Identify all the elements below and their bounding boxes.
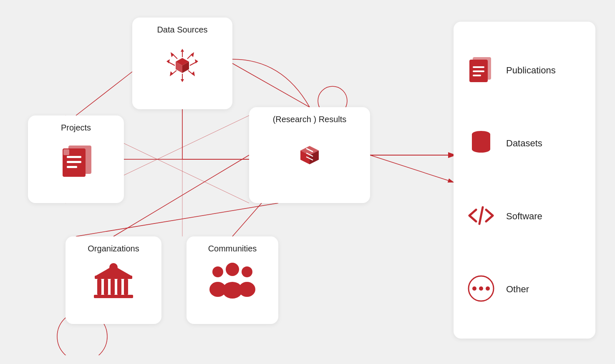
svg-point-81 [486,286,490,291]
diagram-container: Data Sources [15,9,600,355]
result-item-other: Other [466,274,583,305]
card-results: (Research ) Results [249,107,370,203]
publications-label: Publications [506,65,556,76]
svg-marker-36 [171,52,174,57]
svg-line-8 [370,155,454,182]
svg-line-77 [479,207,483,224]
svg-line-0 [232,63,310,107]
results-icon [285,131,335,177]
results-title: (Research ) Results [273,115,347,124]
other-label: Other [506,284,529,295]
svg-rect-58 [94,295,133,298]
software-icon [466,201,496,232]
svg-line-4 [76,203,278,236]
result-item-software: Software [466,201,583,232]
svg-point-80 [479,286,483,291]
datasources-title: Data Sources [157,25,207,35]
svg-point-64 [222,282,242,299]
svg-point-76 [472,146,490,153]
svg-rect-55 [111,279,115,295]
svg-rect-57 [124,279,128,295]
svg-point-63 [226,263,239,276]
svg-point-59 [212,266,223,277]
projects-icon [53,139,99,181]
svg-marker-22 [181,49,184,52]
svg-rect-53 [97,279,101,295]
datasets-label: Datasets [506,138,542,149]
right-panel: Publications Dataset [454,22,595,339]
svg-line-2 [113,155,249,236]
communities-title: Communities [208,244,257,254]
card-projects: Projects [28,115,124,203]
svg-point-61 [242,266,252,277]
datasets-icon [466,128,496,159]
card-communities: Communities [187,236,278,324]
result-item-datasets: Datasets [466,128,583,159]
svg-rect-56 [117,279,121,295]
svg-rect-42 [63,149,69,155]
publications-icon [466,55,496,86]
svg-rect-39 [67,156,81,158]
svg-rect-68 [473,70,484,72]
organizations-title: Organizations [88,244,139,254]
svg-marker-32 [192,71,195,76]
svg-marker-51 [96,266,131,276]
projects-title: Projects [61,123,91,133]
card-datasources: Data Sources [132,18,232,109]
svg-marker-34 [191,52,194,57]
software-label: Software [506,211,542,222]
svg-rect-40 [67,161,81,163]
svg-marker-30 [170,71,173,76]
svg-rect-67 [473,66,484,68]
svg-rect-52 [95,276,132,279]
datasources-icon [159,41,205,87]
svg-marker-24 [181,79,184,82]
other-icon [466,274,496,305]
organizations-icon [90,260,138,302]
svg-rect-69 [473,75,481,76]
result-item-publications: Publications [466,55,583,86]
svg-line-27 [190,62,196,65]
communities-icon [209,260,257,302]
card-organizations: Organizations [66,236,161,324]
svg-line-25 [169,62,175,65]
svg-line-3 [232,203,262,236]
svg-rect-41 [67,166,77,168]
svg-rect-54 [104,279,108,295]
svg-line-7 [76,72,132,115]
svg-point-79 [472,286,476,291]
